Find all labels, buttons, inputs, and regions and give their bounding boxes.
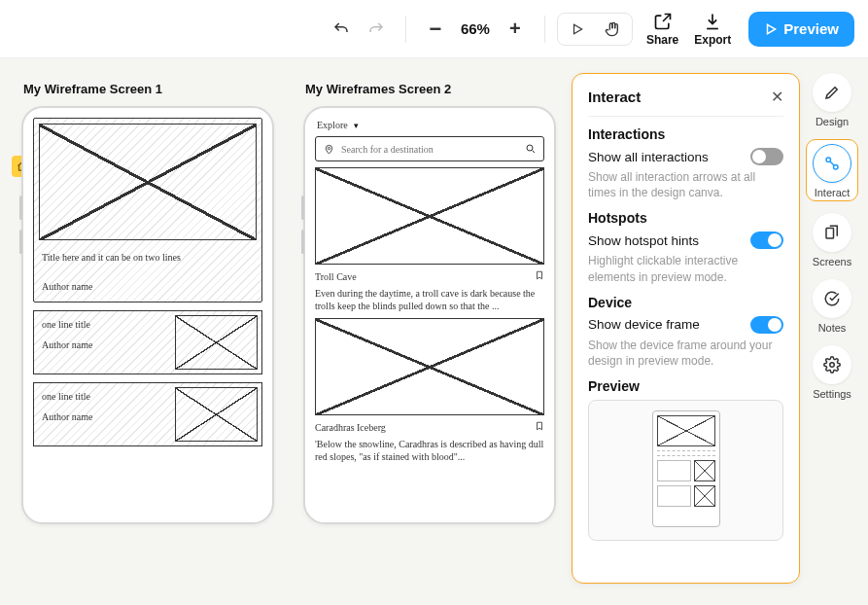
toolbar-divider xyxy=(405,16,406,43)
device-frame: Explore ▾ Troll Cave xyxy=(303,106,556,524)
gear-icon xyxy=(813,345,851,384)
preview-label: Preview xyxy=(783,20,839,37)
search-input[interactable] xyxy=(341,144,518,155)
list-item[interactable]: one line title Author name xyxy=(33,382,262,446)
side-label: Settings xyxy=(813,388,851,400)
export-button[interactable]: Export xyxy=(694,12,731,47)
side-item-settings[interactable]: Settings xyxy=(806,345,858,400)
tab-label: Explore xyxy=(317,120,348,130)
show-all-interactions-toggle[interactable] xyxy=(750,148,783,165)
chevron-down-icon: ▾ xyxy=(354,121,359,130)
screens-icon xyxy=(813,213,851,252)
wireframe-screen-1[interactable]: My Wireframe Screen 1 Title here and it … xyxy=(21,78,274,586)
search-icon[interactable] xyxy=(524,143,538,155)
side-item-screens[interactable]: Screens xyxy=(806,213,858,267)
destination-card[interactable]: Caradhras Iceberg 'Below the snowline, C… xyxy=(315,318,544,463)
hero-card[interactable]: Title here and it can be on two lines Au… xyxy=(33,118,262,302)
hero-caption: Title here and it can be on two lines xyxy=(34,245,261,267)
side-toolbar: Design Interact Screens Notes Settings xyxy=(806,73,858,400)
svg-point-7 xyxy=(830,363,835,368)
zoom-in-button[interactable]: + xyxy=(502,16,529,43)
interactions-help: Show all interaction arrows at all times… xyxy=(588,169,783,200)
preview-button[interactable]: Preview xyxy=(748,12,854,47)
svg-marker-0 xyxy=(573,24,581,33)
image-placeholder xyxy=(175,315,258,370)
image-placeholder xyxy=(175,387,258,442)
panel-title: Interact xyxy=(588,89,641,105)
hero-author: Author name xyxy=(34,267,261,296)
interactions-heading: Interactions xyxy=(588,126,783,142)
notes-icon xyxy=(813,279,851,318)
show-hotspot-hints-label: Show hotspot hints xyxy=(588,233,699,248)
item-author: Author name xyxy=(42,411,163,422)
destination-card[interactable]: Troll Cave Even during the daytime, a tr… xyxy=(315,167,544,312)
interact-icon xyxy=(813,144,851,183)
card-description: Even during the daytime, a troll cave is… xyxy=(315,287,544,312)
preview-thumbnail xyxy=(588,400,783,541)
screen-title: My Wireframe Screen 1 xyxy=(23,82,274,96)
item-title: one line title xyxy=(42,319,163,330)
toolbar-divider xyxy=(544,16,545,43)
pin-icon xyxy=(322,144,335,155)
preview-device xyxy=(652,410,720,527)
card-description: 'Below the snowline, Caradhras is descri… xyxy=(315,438,544,463)
side-item-design[interactable]: Design xyxy=(806,73,858,127)
play-mode-button[interactable] xyxy=(564,16,591,43)
device-frame: Title here and it can be on two lines Au… xyxy=(21,106,274,524)
image-placeholder xyxy=(39,124,257,240)
device-heading: Device xyxy=(588,295,783,310)
close-icon[interactable]: ✕ xyxy=(771,88,783,106)
image-placeholder xyxy=(315,318,544,415)
svg-rect-6 xyxy=(826,229,834,239)
wireframe-screen-2[interactable]: My Wireframes Screen 2 Explore ▾ Troll C… xyxy=(303,78,556,586)
search-field[interactable] xyxy=(315,136,544,161)
svg-marker-1 xyxy=(768,24,776,33)
card-title: Caradhras Iceberg xyxy=(315,422,386,433)
explore-tab[interactable]: Explore ▾ xyxy=(317,120,544,130)
top-toolbar: − 66% + Share Export Preview xyxy=(0,0,868,58)
screen-title: My Wireframes Screen 2 xyxy=(305,82,556,96)
show-device-frame-label: Show device frame xyxy=(588,317,700,332)
hotspots-help: Highlight clickable interactive elements… xyxy=(588,253,783,284)
hotspots-heading: Hotspots xyxy=(588,210,783,226)
redo-button[interactable] xyxy=(363,16,390,43)
preview-heading: Preview xyxy=(588,378,783,394)
side-item-notes[interactable]: Notes xyxy=(806,279,858,334)
side-item-interact[interactable]: Interact xyxy=(806,139,858,201)
zoom-out-button[interactable]: − xyxy=(422,16,449,43)
device-help: Show the device frame around your design… xyxy=(588,338,783,369)
side-label: Screens xyxy=(813,256,851,267)
export-label: Export xyxy=(694,33,731,47)
side-label: Interact xyxy=(815,187,851,198)
card-title: Troll Cave xyxy=(315,271,357,282)
show-hotspot-hints-toggle[interactable] xyxy=(750,231,783,249)
share-label: Share xyxy=(646,33,678,47)
item-author: Author name xyxy=(42,339,163,350)
side-label: Notes xyxy=(818,322,847,334)
svg-point-3 xyxy=(527,145,533,151)
undo-button[interactable] xyxy=(328,16,355,43)
item-title: one line title xyxy=(42,391,163,402)
show-all-interactions-label: Show all interactions xyxy=(588,150,709,164)
zoom-level: 66% xyxy=(461,20,490,37)
svg-point-2 xyxy=(328,147,330,149)
pencil-icon xyxy=(813,73,851,112)
list-item[interactable]: one line title Author name xyxy=(33,310,262,374)
bookmark-icon[interactable] xyxy=(535,267,544,285)
image-placeholder xyxy=(315,167,544,265)
hand-mode-button[interactable] xyxy=(599,16,626,43)
show-device-frame-toggle[interactable] xyxy=(750,316,783,334)
side-label: Design xyxy=(816,116,849,127)
share-button[interactable]: Share xyxy=(646,12,678,47)
interact-panel: Interact ✕ Interactions Show all interac… xyxy=(572,73,800,584)
bookmark-icon[interactable] xyxy=(535,418,544,436)
